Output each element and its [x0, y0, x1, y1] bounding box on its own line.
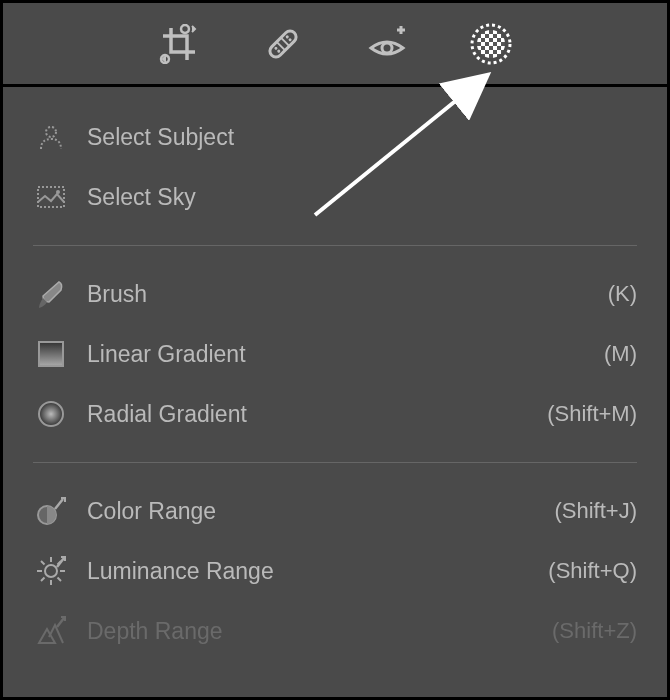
menu-section-select: Select Subject Select Sky — [3, 99, 667, 235]
masking-tool[interactable] — [469, 22, 513, 66]
red-eye-tool[interactable] — [365, 22, 409, 66]
menu-item-select-subject[interactable]: Select Subject — [3, 107, 667, 167]
svg-rect-19 — [39, 342, 63, 366]
person-icon — [33, 119, 69, 155]
menu-item-label: Luminance Range — [87, 558, 548, 585]
menu-item-depth-range: Depth Range (Shift+Z) — [3, 601, 667, 661]
svg-point-15 — [477, 30, 505, 58]
menu-item-linear-gradient[interactable]: Linear Gradient (M) — [3, 324, 667, 384]
menu-item-label: Select Subject — [87, 124, 637, 151]
menu-divider — [33, 462, 637, 463]
menu-item-label: Depth Range — [87, 618, 552, 645]
menu-section-ranges: Color Range (Shift+J) — [3, 473, 667, 669]
menu-item-select-sky[interactable]: Select Sky — [3, 167, 667, 227]
menu-item-shortcut: (K) — [608, 281, 637, 307]
menu-item-luminance-range[interactable]: Luminance Range (Shift+Q) — [3, 541, 667, 601]
svg-rect-0 — [267, 28, 298, 59]
depth-range-icon — [33, 613, 69, 649]
crop-icon — [159, 24, 199, 64]
svg-point-18 — [56, 190, 60, 194]
menu-item-shortcut: (Shift+J) — [554, 498, 637, 524]
menu-item-shortcut: (Shift+Z) — [552, 618, 637, 644]
svg-point-20 — [39, 402, 63, 426]
menu-item-label: Select Sky — [87, 184, 637, 211]
svg-point-4 — [288, 37, 292, 41]
svg-line-5 — [277, 41, 285, 49]
linear-gradient-icon — [33, 336, 69, 372]
menu-item-shortcut: (M) — [604, 341, 637, 367]
menu-divider — [33, 245, 637, 246]
menu-item-radial-gradient[interactable]: Radial Gradient (Shift+M) — [3, 384, 667, 444]
svg-point-22 — [45, 565, 57, 577]
menu-item-label: Brush — [87, 281, 608, 308]
svg-point-16 — [46, 127, 56, 137]
color-range-icon — [33, 493, 69, 529]
menu-item-label: Linear Gradient — [87, 341, 604, 368]
menu-section-gradients: Brush (K) Linear Gradient (M) — [3, 256, 667, 452]
toolbar — [3, 3, 667, 87]
svg-point-7 — [382, 43, 392, 53]
brush-icon — [33, 276, 69, 312]
menu-item-brush[interactable]: Brush (K) — [3, 264, 667, 324]
mask-icon — [469, 22, 513, 66]
menu-item-color-range[interactable]: Color Range (Shift+J) — [3, 481, 667, 541]
masking-menu: Select Subject Select Sky Brush — [3, 87, 667, 681]
crop-tool[interactable] — [157, 22, 201, 66]
radial-gradient-icon — [33, 396, 69, 432]
svg-point-1 — [274, 46, 278, 50]
eye-plus-icon — [365, 22, 409, 66]
bandage-icon — [262, 23, 304, 65]
menu-item-label: Color Range — [87, 498, 554, 525]
menu-item-label: Radial Gradient — [87, 401, 547, 428]
svg-line-29 — [41, 578, 45, 582]
menu-item-shortcut: (Shift+Q) — [548, 558, 637, 584]
luminance-range-icon — [33, 553, 69, 589]
sky-icon — [33, 179, 69, 215]
svg-line-6 — [281, 37, 289, 45]
healing-tool[interactable] — [261, 22, 305, 66]
svg-line-27 — [41, 561, 45, 565]
menu-item-shortcut: (Shift+M) — [547, 401, 637, 427]
svg-point-2 — [277, 48, 281, 52]
svg-line-28 — [58, 578, 62, 582]
svg-point-3 — [285, 34, 289, 38]
